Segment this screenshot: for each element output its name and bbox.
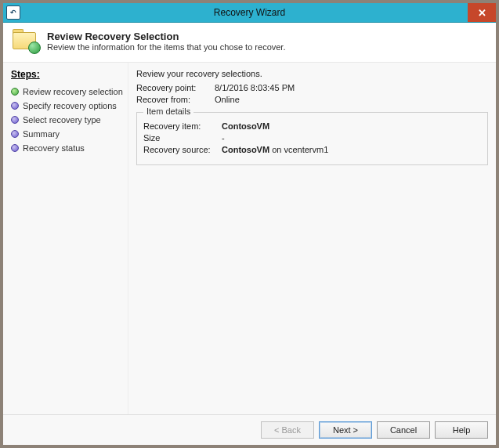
cancel-button[interactable]: Cancel xyxy=(377,421,430,439)
step-review-recovery-selection[interactable]: Review recovery selection xyxy=(9,85,125,99)
recovery-source-row: Recovery source: ContosoVM on vcentervm1 xyxy=(143,145,481,154)
step-bullet-icon xyxy=(11,116,19,124)
next-button[interactable]: Next > xyxy=(319,421,372,439)
wizard-content: Review your recovery selections. Recover… xyxy=(128,63,496,414)
recovery-point-value: 8/1/2016 8:03:45 PM xyxy=(215,83,295,92)
step-label: Recovery status xyxy=(23,143,85,153)
recovery-item-value: ContosoVM xyxy=(222,121,269,131)
steps-heading: Steps: xyxy=(11,69,125,80)
step-select-recovery-type[interactable]: Select recovery type xyxy=(9,113,125,127)
step-recovery-status[interactable]: Recovery status xyxy=(9,141,125,155)
wizard-footer: < Back Next > Cancel Help xyxy=(3,414,496,445)
step-label: Summary xyxy=(23,129,60,139)
item-details-group: Item details Recovery item: ContosoVM Si… xyxy=(136,112,488,165)
recovery-item-label: Recovery item: xyxy=(143,121,222,131)
recovery-source-label: Recovery source: xyxy=(143,145,222,154)
recovery-point-row: Recovery point: 8/1/2016 8:03:45 PM xyxy=(136,83,488,92)
help-button[interactable]: Help xyxy=(435,421,488,439)
titlebar: ↶ Recovery Wizard ✕ xyxy=(3,3,496,23)
item-details-legend: Item details xyxy=(143,107,193,116)
recovery-item-row: Recovery item: ContosoVM xyxy=(143,121,481,131)
back-button[interactable]: < Back xyxy=(261,421,314,439)
step-label: Select recovery type xyxy=(23,115,101,125)
page-title: Review Recovery Selection xyxy=(47,31,285,42)
step-bullet-icon xyxy=(11,144,19,152)
step-bullet-icon xyxy=(11,88,19,96)
page-subtitle: Review the information for the items tha… xyxy=(47,42,285,52)
window-title: Recovery Wizard xyxy=(3,7,496,18)
wizard-header: Review Recovery Selection Review the inf… xyxy=(3,23,496,63)
steps-sidebar: Steps: Review recovery selection Specify… xyxy=(3,63,128,414)
close-button[interactable]: ✕ xyxy=(468,3,496,22)
window-frame: ↶ Recovery Wizard ✕ Review Recovery Sele… xyxy=(0,0,499,448)
system-menu-icon[interactable]: ↶ xyxy=(6,5,20,20)
recover-from-row: Recover from: Online xyxy=(136,95,488,104)
recovery-wizard-window: ↶ Recovery Wizard ✕ Review Recovery Sele… xyxy=(3,3,496,445)
size-label: Size xyxy=(143,133,222,143)
recovery-source-value: ContosoVM on vcentervm1 xyxy=(222,145,328,154)
close-icon: ✕ xyxy=(478,7,486,19)
step-specify-recovery-options[interactable]: Specify recovery options xyxy=(9,99,125,113)
wizard-body: Steps: Review recovery selection Specify… xyxy=(3,63,496,414)
step-bullet-icon xyxy=(11,130,19,138)
step-label: Specify recovery options xyxy=(23,101,117,110)
recovery-folder-icon xyxy=(13,29,39,52)
content-intro: Review your recovery selections. xyxy=(136,69,488,78)
recover-from-value: Online xyxy=(215,95,240,104)
step-summary[interactable]: Summary xyxy=(9,127,125,141)
step-bullet-icon xyxy=(11,102,19,110)
size-row: Size - xyxy=(143,133,481,143)
recovery-point-label: Recovery point: xyxy=(136,83,215,92)
size-value: - xyxy=(222,133,225,143)
step-label: Review recovery selection xyxy=(23,87,123,96)
recover-from-label: Recover from: xyxy=(136,95,215,104)
